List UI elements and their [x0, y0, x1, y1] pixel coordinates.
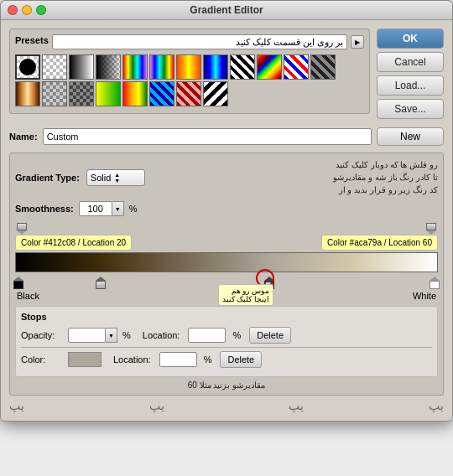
presets-arrow-button[interactable]: ▶: [351, 35, 364, 49]
opacity-location-percent: %: [232, 330, 241, 340]
preset-swatch-16[interactable]: [96, 81, 121, 106]
minimize-button[interactable]: [22, 5, 32, 15]
color-bubbles-row: Color #412c08 / Location 20 Color #aca79…: [15, 235, 438, 251]
preset-swatch-8[interactable]: [203, 54, 228, 80]
preset-swatch-5[interactable]: [122, 54, 148, 80]
maximize-button[interactable]: [36, 5, 46, 15]
white-label: White: [413, 291, 436, 301]
opacity-input[interactable]: [68, 328, 106, 343]
window-buttons: [8, 5, 46, 15]
gradient-type-label: Gradient Type:: [15, 173, 80, 183]
opacity-label: Opacity:: [21, 330, 63, 340]
smoothness-arrow-icon[interactable]: ▼: [112, 201, 124, 216]
name-input[interactable]: [43, 128, 372, 145]
opacity-stops-row: [15, 223, 438, 235]
watermark-left: یپ: [9, 399, 24, 412]
preset-swatch-4[interactable]: [96, 54, 121, 80]
opacity-location-input[interactable]: [188, 328, 226, 343]
presets-search-input[interactable]: [52, 34, 347, 49]
presets-label: Presets: [15, 35, 49, 45]
smoothness-label: Smoothness:: [15, 204, 74, 214]
gradient-type-select[interactable]: Solid ▲▼: [86, 169, 145, 186]
name-label: Name:: [9, 132, 38, 142]
preset-swatch-14[interactable]: [42, 81, 67, 106]
opacity-arrow-icon[interactable]: ▼: [106, 328, 117, 343]
opacity-input-group: ▼: [68, 328, 117, 343]
color-label: Color:: [21, 354, 63, 365]
close-button[interactable]: [8, 5, 18, 15]
preset-swatch-17[interactable]: [122, 81, 148, 106]
black-label: Black: [17, 291, 39, 301]
arrow-right-icon: ▶: [355, 39, 360, 46]
ok-button[interactable]: OK: [377, 28, 444, 49]
annotation-top-rtl: رو فلش ها که دوبار کلیک کنید تا کادر رنگ…: [333, 158, 438, 196]
color-stop-black[interactable]: [13, 277, 23, 289]
bw-labels-row: Black موس رو هم اینجا کلیک کنید White: [15, 291, 438, 301]
preset-swatch-13[interactable]: [15, 81, 40, 106]
gradient-bar-area: Color #412c08 / Location 20 Color #aca79…: [15, 223, 438, 301]
smoothness-input-group: ▼: [79, 201, 124, 216]
preset-swatch-19[interactable]: [176, 81, 201, 106]
save-button[interactable]: Save...: [377, 99, 444, 119]
load-button[interactable]: Load...: [377, 75, 444, 96]
stops-title: Stops: [21, 312, 432, 322]
preset-swatch-10[interactable]: [257, 54, 282, 80]
preset-swatch-12[interactable]: [310, 54, 336, 80]
gradient-section: Gradient Type: Solid ▲▼ رو فلش ها که دوب…: [9, 153, 444, 396]
preset-swatch-3[interactable]: [69, 54, 94, 80]
preset-swatch-6[interactable]: [149, 54, 174, 80]
new-button[interactable]: New: [377, 127, 444, 146]
color-location-input[interactable]: [159, 352, 197, 367]
presets-grid-row-1: [15, 54, 364, 80]
smoothness-row: Smoothness: ▼ %: [15, 201, 438, 216]
gradient-bar[interactable]: [15, 252, 438, 272]
window-title: Gradient Editor: [190, 4, 263, 16]
color-location-percent: %: [204, 354, 212, 365]
opacity-delete-button[interactable]: Delete: [249, 327, 291, 344]
color-delete-button[interactable]: Delete: [220, 351, 262, 368]
opacity-percent: %: [122, 330, 131, 340]
bottom-annotation: مقادیرشو بزنید مثلا 60: [15, 380, 438, 390]
color-stop-white[interactable]: [430, 277, 440, 289]
gradient-type-row: Gradient Type: Solid ▲▼ رو فلش ها که دوب…: [15, 158, 438, 196]
titlebar: Gradient Editor: [1, 1, 452, 20]
opacity-location-label: Location:: [143, 330, 180, 340]
preset-swatch-11[interactable]: [284, 54, 309, 80]
color-row: Color: Location: % Delete: [21, 351, 432, 368]
smoothness-input[interactable]: [79, 201, 112, 216]
watermark-center: یپ: [149, 399, 164, 412]
preset-swatch-20[interactable]: [203, 81, 228, 106]
bottom-watermark: یپ یپ یپ یپ: [9, 396, 444, 412]
main-content: Presets ▶: [1, 20, 452, 421]
color-swatch[interactable]: [68, 352, 102, 367]
presets-grid-row-2: [15, 81, 364, 106]
gradient-type-value: Solid: [91, 173, 111, 183]
stops-section: Stops Opacity: ▼ % Location: % Delete: [15, 306, 438, 377]
color-bubble-right: Color #aca79a / Location 60: [321, 235, 438, 251]
smoothness-percent: %: [129, 204, 138, 214]
color-location-label: Location:: [113, 354, 151, 365]
name-row: Name: New: [9, 127, 444, 146]
mouse-tooltip-annotation: موس رو هم اینجا کلیک کنید: [218, 284, 273, 306]
opacity-stop-right[interactable]: [426, 223, 436, 235]
color-stop-20[interactable]: [96, 277, 106, 289]
annotation-area-top: رو فلش ها که دوبار کلیک کنید تا کادر رنگ…: [152, 158, 438, 196]
right-buttons-panel: OK Cancel Load... Save...: [377, 28, 444, 121]
preset-swatch-2[interactable]: [42, 54, 67, 80]
preset-swatch-15[interactable]: [69, 81, 94, 106]
preset-swatch-9[interactable]: [230, 54, 255, 80]
watermark-right: یپ: [289, 399, 304, 412]
preset-swatch-18[interactable]: [149, 81, 174, 106]
color-bubble-left: Color #412c08 / Location 20: [15, 235, 132, 251]
opacity-stop-left[interactable]: [17, 223, 27, 235]
presets-section: Presets ▶: [9, 28, 370, 114]
watermark-far-right: یپ: [429, 399, 444, 412]
divider: [21, 347, 432, 348]
cancel-button[interactable]: Cancel: [377, 52, 444, 72]
presets-input-row: Presets ▶: [15, 34, 364, 49]
preset-swatch-1[interactable]: [15, 54, 40, 80]
preset-swatch-7[interactable]: [176, 54, 201, 80]
annotation-bottom-rtl: مقادیرشو بزنید مثلا 60: [188, 380, 265, 390]
opacity-row: Opacity: ▼ % Location: % Delete: [21, 327, 432, 344]
select-arrows-icon: ▲▼: [114, 172, 120, 184]
